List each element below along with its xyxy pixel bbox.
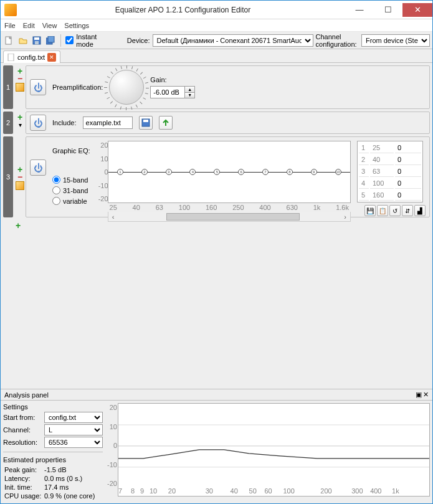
preamp-label: Preamplification: [52, 83, 103, 91]
eq-point[interactable]: 10 [335, 169, 341, 175]
gain-spinner[interactable]: ▲▼ [150, 86, 195, 98]
eq-point[interactable]: 8 [287, 169, 293, 175]
instant-mode-checkbox[interactable] [65, 36, 74, 44]
svg-rect-6 [8, 54, 14, 61]
power-toggle[interactable]: ⏻ [30, 159, 46, 176]
analysis-title: Analysis panel [4, 391, 49, 399]
eq-point[interactable]: 5 [214, 169, 220, 175]
invert-icon[interactable]: ⇵ [402, 205, 413, 216]
menubar: File Edit View Settings [1, 19, 432, 32]
start-from-select[interactable]: config.txt [44, 412, 103, 423]
resolution-select[interactable]: 65536 [44, 437, 103, 448]
tabstrip: config.txt ✕ [1, 49, 432, 63]
eq-point[interactable]: 7 [262, 169, 269, 175]
eq-point[interactable]: 2 [141, 169, 148, 175]
menu-settings[interactable]: Settings [64, 22, 89, 29]
scroll-left-icon[interactable]: ‹ [108, 213, 118, 221]
collapse-icon[interactable]: ▾ [19, 121, 22, 128]
analysis-curve [118, 404, 429, 488]
remove-row-icon[interactable]: − [17, 174, 22, 180]
analysis-y-axis: 20100-10-20 [106, 404, 117, 487]
toolbar-separator [60, 34, 61, 47]
gain-input[interactable] [151, 87, 184, 98]
gain-knob[interactable] [109, 70, 144, 105]
row-include: 2 + ▾ ⏻ Include: [3, 112, 430, 134]
copy-icon[interactable]: 📋 [377, 205, 388, 216]
channel-select[interactable]: L [44, 424, 103, 435]
table-row: 3630 [359, 166, 421, 177]
band-15-radio[interactable]: 15-band [52, 176, 88, 184]
edit-row-icon[interactable] [16, 181, 24, 190]
save-all-button[interactable] [45, 34, 56, 47]
include-label: Include: [52, 119, 77, 126]
eq-point[interactable]: 9 [311, 169, 317, 175]
instant-mode-toggle[interactable]: Instant mode [65, 33, 107, 48]
edit-row-icon[interactable] [16, 83, 24, 92]
eq-graph[interactable]: 20100-10-20 1 2 3 4 5 6 7 8 9 10 [108, 141, 351, 203]
eq-point[interactable]: 1 [117, 169, 123, 175]
table-row: 2400 [359, 155, 421, 165]
include-file-input[interactable] [83, 116, 133, 129]
menu-file[interactable]: File [4, 22, 16, 29]
svg-rect-2 [34, 37, 39, 40]
open-include-button[interactable] [159, 116, 173, 130]
file-icon [7, 54, 15, 61]
save-file-button[interactable] [31, 34, 42, 47]
row-number: 1 [3, 65, 13, 109]
normalize-icon[interactable]: ▟ [414, 205, 426, 216]
tab-label: config.txt [17, 54, 45, 61]
editor-area: 1 + − ⏻ Preamplification: Gain: ▲▼ [1, 63, 432, 389]
power-toggle[interactable]: ⏻ [30, 115, 46, 131]
app-icon [4, 4, 17, 16]
eq-point[interactable]: 4 [189, 169, 196, 175]
tab-close-icon[interactable]: ✕ [47, 53, 56, 62]
close-panel-icon[interactable]: ✕ [423, 391, 429, 399]
device-label: Device: [127, 37, 150, 44]
band-31-radio[interactable]: 31-band [52, 186, 88, 194]
eq-point[interactable]: 6 [238, 169, 244, 175]
browse-file-button[interactable] [139, 116, 153, 130]
row-number: 3 [3, 136, 13, 217]
menu-view[interactable]: View [42, 22, 57, 29]
instant-mode-label: Instant mode [76, 33, 107, 48]
analysis-panel: Analysis panel ▣ ✕ Settings Start from:c… [1, 389, 432, 503]
new-file-button[interactable] [3, 34, 14, 47]
spin-down-icon[interactable]: ▼ [185, 93, 194, 98]
window-title: Equalizer APO 1.2.1 Configuration Editor [21, 6, 345, 14]
maximize-button[interactable]: ☐ [374, 3, 402, 17]
open-file-button[interactable] [17, 34, 28, 47]
device-select[interactable]: Default (Динамики - Conexant 20671 Smart… [153, 34, 313, 47]
svg-rect-8 [143, 120, 148, 122]
svg-rect-5 [48, 36, 54, 42]
close-button[interactable]: ✕ [402, 3, 432, 17]
analysis-graph[interactable]: 20100-10-20 7 8 9 10 20 30 40 50 [118, 403, 430, 497]
eq-label: Graphic EQ: [52, 147, 90, 155]
chconf-select[interactable]: From device (Stereo) [361, 34, 430, 47]
undock-icon[interactable]: ▣ [416, 391, 422, 399]
estimated-table: Peak gain:-1.5 dB Latency:0.0 ms (0 s.) … [3, 465, 103, 501]
channel-label: Channel: [3, 426, 42, 434]
analysis-x-axis: 7 8 9 10 20 30 40 50 60 100 200 300 400 … [118, 487, 429, 496]
add-above-icon[interactable]: + [17, 114, 22, 120]
minimize-button[interactable]: — [345, 3, 374, 17]
eq-values-table[interactable]: 1250 2400 3630 41000 51600 [357, 141, 423, 202]
start-from-label: Start from: [3, 414, 42, 421]
svg-rect-3 [35, 41, 39, 44]
eq-point[interactable]: 3 [166, 169, 172, 175]
menu-edit[interactable]: Edit [23, 22, 35, 29]
save-preset-icon[interactable]: 💾 [364, 205, 376, 216]
tab-config[interactable]: config.txt ✕ [3, 50, 60, 63]
band-variable-radio[interactable]: variable [52, 197, 87, 205]
table-row: 1250 [359, 143, 421, 153]
eq-table-tools: 💾 📋 ↺ ⇵ ▟ [357, 205, 426, 216]
spin-up-icon[interactable]: ▲ [185, 87, 194, 93]
add-row-button[interactable]: + [3, 220, 430, 232]
reset-icon[interactable]: ↺ [389, 205, 401, 216]
remove-row-icon[interactable]: − [17, 75, 22, 82]
table-row: 41000 [359, 178, 421, 189]
eq-horizontal-scrollbar[interactable]: ‹ › [108, 212, 351, 222]
resolution-label: Resolution: [3, 439, 42, 446]
power-toggle[interactable]: ⏻ [30, 79, 46, 95]
scroll-thumb[interactable] [166, 213, 300, 221]
scroll-right-icon[interactable]: › [340, 213, 350, 221]
